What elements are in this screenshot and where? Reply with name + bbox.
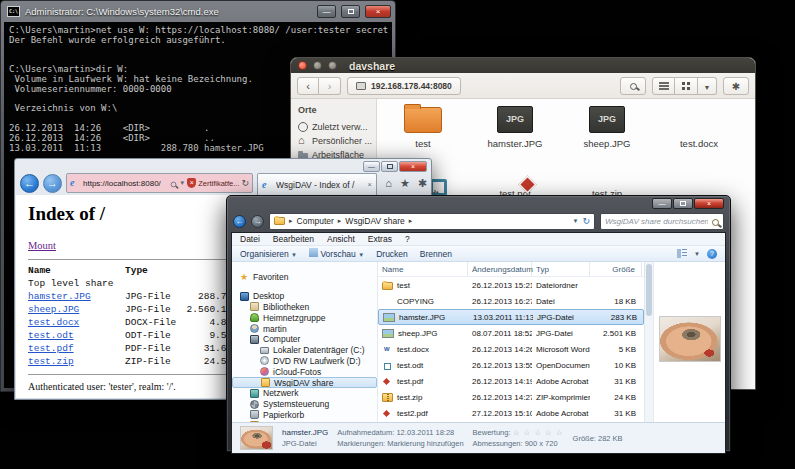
file-row[interactable]: hamster.JPG 13.03.2011 11:13 JPG-Datei 2… <box>378 309 644 325</box>
maximize-button[interactable] <box>381 161 398 172</box>
file-link[interactable]: test.odt <box>28 330 74 341</box>
menu-item[interactable]: Ansicht <box>327 234 355 244</box>
close-button[interactable] <box>298 61 307 70</box>
breadcrumb-root[interactable]: Computer <box>297 216 334 226</box>
column-header-type[interactable]: Typ <box>532 262 590 276</box>
close-button[interactable]: × <box>694 198 724 209</box>
search-button[interactable] <box>620 77 646 95</box>
forward-button[interactable]: › <box>319 77 341 95</box>
menu-item[interactable]: Bearbeiten <box>273 234 314 244</box>
file-row[interactable]: test.pdf 26.12.2013 14:19 Adobe Acrobat … <box>378 373 644 389</box>
tags-field[interactable]: Markierungen: Markierung hinzufügen <box>337 439 463 448</box>
file-link[interactable]: test.zip <box>28 356 74 367</box>
address-bar[interactable]: e https://localhost:8080/ ▼ × Zertifikat… <box>66 173 253 193</box>
file-row[interactable]: test.zip 26.12.2013 14:27 ZIP-komprimier… <box>378 389 644 405</box>
file-icon-item[interactable]: hamster.JPG <box>469 101 561 151</box>
change-view-icon[interactable] <box>677 249 687 258</box>
tree-item[interactable]: Systemsteuerung <box>232 399 377 410</box>
home-icon[interactable]: ⌂ <box>385 178 392 189</box>
tree-item[interactable]: Netzwerk <box>232 388 377 399</box>
search-icon[interactable] <box>712 219 719 226</box>
tree-item[interactable]: Bibliotheken <box>232 302 377 313</box>
sidebar-place-item[interactable]: Zuletzt verw... <box>298 120 376 134</box>
file-row[interactable]: sheep.JPG 08.07.2011 18:52 JPG-Datei 2.5… <box>378 325 644 341</box>
tree-item[interactable]: Lokaler Datenträger (C:) <box>232 345 377 356</box>
certificate-error-icon[interactable]: × <box>187 178 196 188</box>
organize-button[interactable]: Organisieren ▼ <box>240 249 297 259</box>
grid-view-button[interactable] <box>675 77 698 95</box>
chevron-down-icon[interactable]: ▼ <box>179 180 185 186</box>
maximize-button[interactable] <box>673 198 693 209</box>
close-button[interactable]: × <box>365 5 391 18</box>
cmd-titlebar[interactable]: C:\ Administrator: C:\Windows\system32\c… <box>1 1 395 22</box>
mount-link[interactable]: Mount <box>28 240 56 251</box>
help-icon[interactable]: ? <box>707 249 717 259</box>
file-row[interactable]: test2.pdf 27.12.2013 15:10 Adobe Acrobat… <box>378 405 644 421</box>
search-box[interactable]: WsgiDAV share durchsuchen <box>600 213 724 230</box>
tree-item[interactable]: Papierkorb <box>232 410 377 421</box>
file-link[interactable]: sheep.JPG <box>28 304 79 315</box>
preview-button[interactable]: Vorschau ▼ <box>309 248 364 259</box>
tab-close-icon[interactable]: × <box>367 180 372 189</box>
menu-item[interactable]: Datei <box>240 234 260 244</box>
certificate-error-label[interactable]: Zertifikatfe... <box>198 179 239 188</box>
view-options-dropdown[interactable]: ▼ <box>698 77 717 95</box>
file-row[interactable]: COPYING 26.12.2013 16:27 Datei 18 KB <box>378 293 644 309</box>
favorites-star-icon[interactable]: ★ <box>400 178 410 189</box>
address-dropdown-icon[interactable]: ▼ <box>573 218 579 224</box>
forward-button[interactable]: → <box>43 174 62 193</box>
column-header-size[interactable]: Größe <box>590 262 642 276</box>
refresh-icon[interactable]: ↻ <box>241 178 249 188</box>
tree-item[interactable]: VPN <box>232 420 377 422</box>
file-icon-item[interactable]: test.pdf <box>469 151 561 201</box>
tree-item[interactable]: Computer <box>232 334 377 345</box>
vertical-scrollbar[interactable] <box>644 262 653 422</box>
burn-button[interactable]: Brennen <box>420 249 452 259</box>
file-link[interactable]: test.docx <box>28 317 79 328</box>
menu-item[interactable]: ? <box>405 234 410 244</box>
file-link[interactable]: hamster.JPG <box>28 291 91 302</box>
scrollbar-thumb[interactable] <box>646 264 652 316</box>
minimize-button[interactable]: — <box>317 5 336 18</box>
breadcrumb-current[interactable]: WsgiDAV share <box>345 216 404 226</box>
column-header-name[interactable]: Name <box>378 262 468 276</box>
tree-item[interactable]: WsgiDAV share <box>232 377 377 388</box>
tree-item[interactable]: Favoriten <box>232 272 377 283</box>
rating-stars[interactable]: ☆ ☆ ☆ ☆ ☆ <box>513 428 564 437</box>
tree-item[interactable]: Desktop <box>232 291 377 302</box>
back-button[interactable]: ‹ <box>297 77 319 95</box>
maximize-button[interactable] <box>328 61 337 70</box>
file-row[interactable]: test.docx 26.12.2013 14:26 Microsoft Wor… <box>378 341 644 357</box>
settings-gear-icon[interactable]: ✱ <box>418 178 427 189</box>
tree-item[interactable]: iCloud-Fotos <box>232 366 377 377</box>
refresh-icon[interactable]: ↻ <box>582 216 590 226</box>
file-icon-item[interactable]: test.docx <box>653 101 745 151</box>
tree-item[interactable]: Heimnetzgruppe <box>232 312 377 323</box>
maximize-button[interactable] <box>341 5 360 18</box>
file-icon-item[interactable]: test.zip <box>561 151 653 201</box>
explorer-titlebar[interactable]: — × <box>231 196 726 210</box>
breadcrumb[interactable]: ▸ Computer ▸ WsgiDAV share ▸ ▼ ↻ <box>269 213 595 230</box>
column-header-date[interactable]: Änderungsdatum <box>468 262 532 276</box>
browser-tab[interactable]: e WsgiDAV - Index of / × <box>257 173 377 195</box>
forward-button[interactable]: → <box>251 215 264 228</box>
back-button[interactable]: ← <box>20 174 39 193</box>
file-row[interactable]: test.odt 26.12.2013 13:55 OpenDocument T… <box>378 357 644 373</box>
file-row[interactable]: test 26.12.2013 15:21 Dateiordner <box>378 277 644 293</box>
nautilus-titlebar[interactable]: davshare <box>291 58 755 73</box>
search-icon[interactable] <box>171 182 177 188</box>
chevron-down-icon[interactable]: ▼ <box>694 251 700 257</box>
tree-item[interactable]: martin <box>232 323 377 334</box>
location-button[interactable]: 192.168.178.44:8080 <box>347 77 461 95</box>
sidebar-place-item[interactable]: Persönlicher ... <box>298 134 376 148</box>
tree-item[interactable]: DVD RW Laufwerk (D:) <box>232 356 377 367</box>
file-link[interactable]: test.pdf <box>28 343 74 354</box>
minimize-button[interactable]: — <box>363 161 380 172</box>
menu-item[interactable]: Extras <box>368 234 392 244</box>
minimize-button[interactable] <box>313 61 322 70</box>
file-icon-item[interactable]: sheep.JPG <box>561 101 653 151</box>
file-icon-item[interactable]: test <box>377 101 469 151</box>
close-button[interactable]: × <box>399 161 427 172</box>
minimize-button[interactable]: — <box>652 198 672 209</box>
list-view-button[interactable] <box>652 77 675 95</box>
